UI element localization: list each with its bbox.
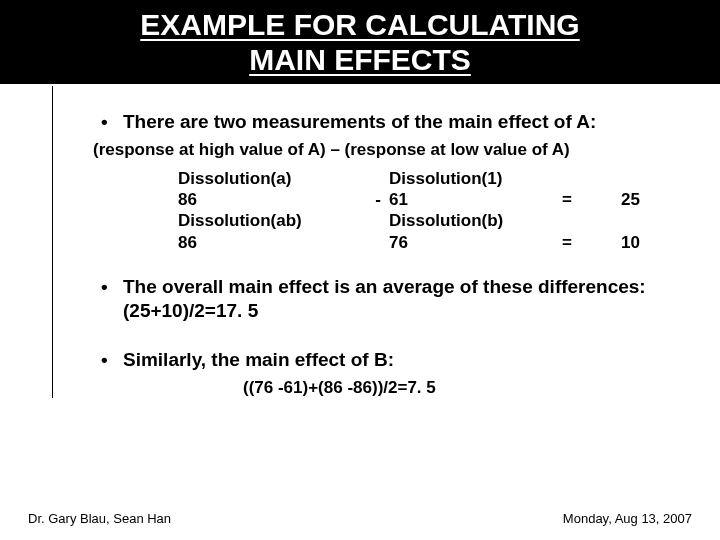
cell-op: - [361,189,389,210]
bullet-2: The overall main effect is an average of… [123,275,680,323]
calc-table: Dissolution(a) Dissolution(1) 86 - 61 = … [178,168,648,253]
cell-eq [562,210,590,231]
table-row: 86 76 = 10 [178,232,648,253]
table-row: Dissolution(a) Dissolution(1) [178,168,648,189]
cell-left-val: 86 [178,189,361,210]
cell-result [590,210,648,231]
cell-eq [562,168,590,189]
cell-right-val: 61 [389,189,562,210]
title-line-1: EXAMPLE FOR CALCULATING [140,8,579,41]
cell-left-label: Dissolution(a) [178,168,361,189]
cell-op [361,232,389,253]
table-row: Dissolution(ab) Dissolution(b) [178,210,648,231]
bullet-2-text: The overall main effect is an average of… [123,276,646,297]
cell-op [361,210,389,231]
cell-left-val: 86 [178,232,361,253]
cell-result: 25 [590,189,648,210]
title-line-2: MAIN EFFECTS [249,43,471,76]
footer-authors: Dr. Gary Blau, Sean Han [28,511,171,526]
slide-title-block: EXAMPLE FOR CALCULATING MAIN EFFECTS [0,0,720,84]
cell-right-val: 76 [389,232,562,253]
bullet-3-calc: ((76 -61)+(86 -86))/2=7. 5 [243,378,680,398]
formula-header: (response at high value of A) – (respons… [93,140,680,160]
bullet-1: There are two measurements of the main e… [123,110,680,134]
cell-right-label: Dissolution(1) [389,168,562,189]
cell-eq: = [562,189,590,210]
cell-op [361,168,389,189]
cell-result [590,168,648,189]
bullet-3: Similarly, the main effect of B: [123,348,680,372]
bullet-2-calc: (25+10)/2=17. 5 [123,300,258,321]
slide-title: EXAMPLE FOR CALCULATING MAIN EFFECTS [8,8,712,77]
footer-date: Monday, Aug 13, 2007 [563,511,692,526]
cell-left-label: Dissolution(ab) [178,210,361,231]
cell-eq: = [562,232,590,253]
cell-right-label: Dissolution(b) [389,210,562,231]
slide-body: There are two measurements of the main e… [52,86,720,398]
table-row: 86 - 61 = 25 [178,189,648,210]
cell-result: 10 [590,232,648,253]
